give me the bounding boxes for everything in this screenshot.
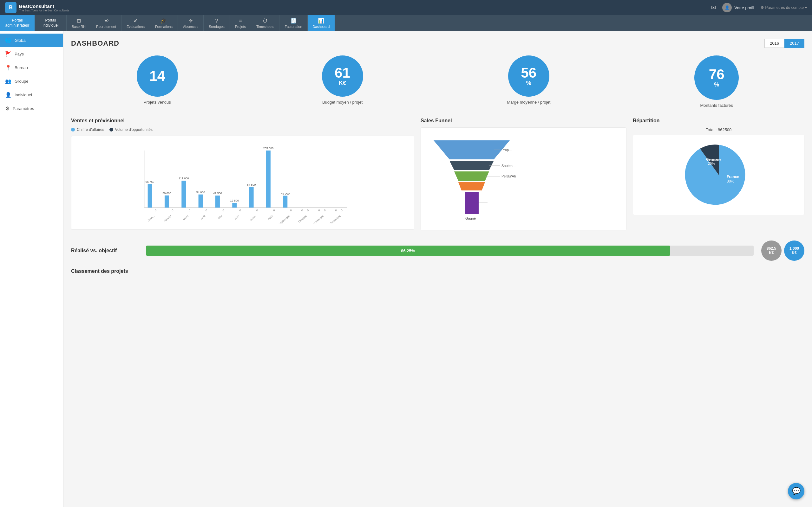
tab-timesheets[interactable]: ⏱ Timesheets [251, 15, 280, 31]
pie-title: Répartition [633, 118, 804, 124]
bar-month-label: Juin [234, 215, 240, 220]
funnel-section: Sales Funnel [420, 118, 626, 230]
sidebar-item-bureau[interactable]: 📍 Bureau [0, 61, 63, 74]
bar-blue [165, 195, 169, 208]
legend-dot-volume [109, 128, 113, 131]
amount-achieved-value: 862.5 [767, 246, 776, 250]
kpi-unit-marge: % [526, 80, 531, 87]
progress-percent-label: 86.25% [401, 248, 415, 253]
list-icon: ≡ [239, 18, 242, 24]
pie-label-france: France [727, 175, 740, 179]
tab-dashboard-label: Dashboard [313, 25, 330, 29]
sidebar-item-pays[interactable]: 🚩 Pays [0, 47, 63, 61]
tab-recrutement[interactable]: 👁 Recrutement [91, 15, 121, 31]
legend-label-volume: Volume d'opportunités [115, 127, 153, 132]
tab-evaluations-label: Evaluations [126, 25, 145, 29]
tab-facturation-label: Facturation [285, 25, 302, 29]
profile-button[interactable]: 👤 Votre profil [722, 3, 754, 12]
pie-section: Répartition Total : 862500 France 80% Ge… [633, 118, 804, 230]
tab-dashboard[interactable]: 📊 Dashboard [308, 15, 335, 31]
bar-val2-zero: 0 [273, 209, 275, 212]
location-icon: 📍 [5, 65, 11, 71]
progress-bar-wrap: 86.25% [146, 245, 754, 256]
globe-icon: 🌐 [5, 38, 11, 43]
mail-icon[interactable]: ✉ [711, 4, 716, 11]
bar-blue [148, 184, 152, 208]
tab-evaluations[interactable]: ✔ Evaluations [121, 15, 150, 31]
kpi-num-marge: 56 [521, 66, 537, 80]
tab-absences[interactable]: ✈ Absences [178, 15, 204, 31]
tab-timesheets-label: Timesheets [256, 25, 274, 29]
legend-volume: Volume d'opportunités [109, 127, 153, 132]
kpi-label-projets: Projets vendus [144, 100, 171, 105]
bar-val-zero: 0 [318, 209, 320, 212]
grid-icon: ⊞ [77, 18, 81, 24]
funnel-stage-souten [454, 171, 489, 181]
bar-val2-zero: 0 [256, 209, 258, 212]
funnel-title: Sales Funnel [420, 118, 626, 124]
body-wrap: 🌐 Global 🚩 Pays 📍 Bureau 👥 Groupe 👤 Indi… [0, 31, 812, 507]
kpi-num-factures: 76 [709, 67, 724, 81]
bar-val2-zero: 0 [307, 209, 309, 212]
pie-percent-france: 80% [727, 179, 734, 183]
bar-val: 96 750 [146, 180, 154, 183]
kpi-marge: 56 % Marge moyenne / projet [507, 55, 550, 108]
kpi-num-budget: 61 [335, 66, 350, 80]
pie-label-germany: Germany [706, 158, 722, 161]
legend-label-chiffre: Chiffre d'affaires [77, 127, 104, 132]
brand-slogan: The Best Tools for the Best Consultants [19, 9, 69, 12]
clock-icon: ⏱ [263, 18, 268, 24]
chat-button[interactable]: 💬 [788, 483, 804, 499]
bar-val: 49 000 [281, 192, 290, 195]
sidebar-item-global-label: Global [14, 38, 27, 43]
funnel-stage-perdu [458, 182, 485, 190]
bar-month-label: Juillet [249, 214, 257, 222]
year-2017-button[interactable]: 2017 [784, 39, 804, 48]
bar-val2-zero: 0 [189, 209, 190, 212]
bar-month-label: Mars [182, 214, 189, 221]
sidebar-item-global[interactable]: 🌐 Global [0, 34, 63, 47]
bar-blue [232, 203, 237, 208]
tab-formations[interactable]: 🎓 Formations [150, 15, 178, 31]
brand-text: BestConsultant The Best Tools for the Be… [19, 3, 69, 12]
gear-icon: ⚙ [5, 106, 9, 112]
classement-title: Classement des projets [71, 268, 804, 274]
sidebar-item-parametres[interactable]: ⚙ Paramètres [0, 102, 63, 115]
funnel-svg: Prop... Souten... Perdu/Ab... Gagné [427, 134, 516, 223]
tab-formations-label: Formations [155, 25, 172, 29]
flag-icon: 🚩 [5, 51, 11, 57]
sidebar-item-groupe[interactable]: 👥 Groupe [0, 74, 63, 88]
kpi-projets-vendus: 14 Projets vendus [137, 55, 178, 108]
bar-chart-legend: Chiffre d'affaires Volume d'opportunités [71, 127, 414, 132]
portal-tabs: Portailadministrateur Portailindividuel [0, 15, 67, 31]
bar-month-label: Novembre [312, 215, 324, 223]
portal-tab-admin[interactable]: Portailadministrateur [0, 15, 35, 31]
tab-base-rh-label: Base RH [72, 25, 86, 29]
tab-facturation[interactable]: 🧾 Facturation [280, 15, 307, 31]
pie-svg: France 80% Germany 20% [684, 140, 754, 210]
eye-icon: 👁 [104, 18, 109, 24]
tab-base-rh[interactable]: ⊞ Base RH [67, 15, 91, 31]
funnel-wrap: Prop... Souten... Perdu/Ab... Gagné [420, 127, 626, 230]
bar-blue [249, 187, 254, 208]
bar-val2-zero: 0 [155, 209, 156, 212]
amount-target-value: 1 000 [790, 246, 799, 250]
progress-section: Réalisé vs. objectif 86.25% 862.5 K€ 1 0… [71, 240, 804, 261]
kpi-label-budget: Budget moyen / projet [322, 100, 362, 105]
funnel-label-gagne: Gagné [465, 216, 476, 220]
bar-month-label: Janv... [147, 215, 155, 222]
tab-sondages[interactable]: ? Sondages [204, 15, 230, 31]
year-2016-button[interactable]: 2016 [764, 39, 784, 48]
bar-val: 49 500 [213, 192, 222, 195]
sidebar-item-individuel[interactable]: 👤 Individuel [0, 88, 63, 102]
pie-wrap: France 80% Germany 20% [633, 135, 804, 215]
tab-projets[interactable]: ≡ Projets [230, 15, 251, 31]
bar-val2-zero: 0 [240, 209, 241, 212]
bar-month-label: Septembre [278, 215, 291, 223]
settings-button[interactable]: ⚙ Parametres du compte ▾ [761, 5, 807, 10]
bar-val2-zero: 0 [341, 209, 343, 212]
pie-percent-germany: 20% [708, 162, 715, 165]
kpi-circle-marge: 56 % [508, 55, 549, 97]
portal-tab-individual[interactable]: Portailindividuel [35, 15, 67, 31]
invoice-icon: 🧾 [290, 18, 297, 24]
